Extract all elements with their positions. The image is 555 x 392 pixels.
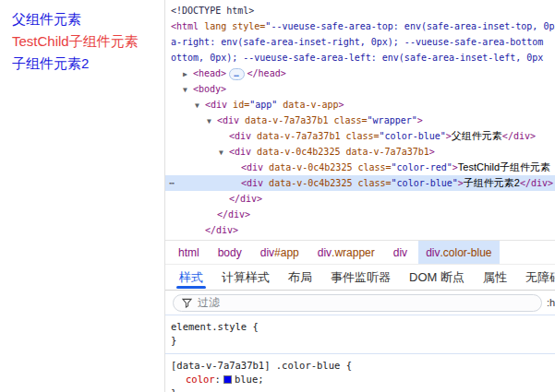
- css-selector[interactable]: element.style: [171, 321, 247, 332]
- dom-tree-row[interactable]: ▼<body>: [165, 81, 555, 97]
- close-brace: }: [171, 335, 176, 346]
- code-token: a-right: env(safe-area-inset-right, 0px)…: [171, 37, 543, 47]
- expand-arrow-closed-icon[interactable]: ▶: [183, 66, 193, 82]
- code-token: <head>: [193, 68, 226, 78]
- dom-tree-row[interactable]: <div data-v-7a7a37b1 class="color-blue">…: [165, 128, 555, 144]
- code-token: TestChild子组件元素: [458, 161, 550, 172]
- code-token: >: [429, 147, 435, 157]
- toggle-element-state-button[interactable]: :hov: [547, 297, 555, 308]
- breadcrumb-tag: div: [260, 246, 274, 259]
- dom-tree-row[interactable]: </div>: [165, 222, 555, 238]
- open-brace: {: [247, 321, 259, 332]
- code-token: "color-blue": [380, 131, 446, 141]
- style-rule-block: [data-v-7a7a37b1] .color-blue {color:blu…: [165, 354, 555, 392]
- breadcrumb: htmlbodydiv#appdiv.wrapperdivdiv.color-b…: [165, 240, 555, 264]
- dom-tree-row[interactable]: <!DOCTYPE html>: [165, 3, 555, 18]
- expand-arrow-open-icon[interactable]: ▼: [207, 113, 217, 129]
- code-token: ottom, 0px); --vueuse-safe-area-left: en…: [171, 53, 543, 63]
- css-property-name[interactable]: color: [186, 374, 215, 385]
- collapsed-content-icon[interactable]: …: [229, 68, 244, 80]
- tab-无障碍功能[interactable]: 无障碍功能: [516, 265, 555, 290]
- breadcrumb-item-div.color-blue[interactable]: div.color-blue: [418, 241, 499, 264]
- code-token: <html: [171, 21, 199, 31]
- dom-tree-row[interactable]: a-right: env(safe-area-inset-right, 0px)…: [165, 34, 555, 50]
- color-swatch[interactable]: [223, 375, 232, 384]
- tab-DOM 断点[interactable]: DOM 断点: [400, 265, 474, 290]
- dom-tree-row[interactable]: ▼<div data-v-7a7a37b1 class="wrapper">: [165, 113, 555, 128]
- css-selector[interactable]: [data-v-7a7a37b1] .color-blue: [171, 360, 340, 371]
- code-token: </div>: [229, 194, 262, 204]
- code-token: </div>: [502, 131, 536, 141]
- css-property-value[interactable]: blue;: [235, 374, 264, 385]
- expand-arrow-open-icon[interactable]: ▼: [195, 98, 205, 113]
- code-token: data-v-0c4b2325 data-v-7a7a37b1: [251, 147, 429, 157]
- code-token: "--vueuse-safe-area-top: env(safe-area-i…: [265, 21, 555, 31]
- dom-tree-row[interactable]: ▼<div data-v-0c4b2325 data-v-7a7a37b1>: [165, 144, 555, 160]
- breadcrumb-item-div[interactable]: div: [386, 241, 415, 264]
- code-token: data-v-0c4b2325 class=: [263, 162, 391, 172]
- tab-事件监听器[interactable]: 事件监听器: [321, 265, 400, 290]
- breadcrumb-item-div.wrapper[interactable]: div.wrapper: [310, 241, 382, 264]
- code-token: <body>: [193, 84, 226, 94]
- dom-tree-row[interactable]: </div>: [165, 207, 555, 222]
- tab-样式[interactable]: 样式: [170, 265, 212, 290]
- breadcrumb-suffix: #app: [274, 246, 299, 259]
- dom-tree-row[interactable]: ▼<div id="app" data-v-app>: [165, 97, 555, 113]
- page-text-line: 子组件元素2: [12, 53, 164, 75]
- dom-tree-row[interactable]: </div>: [165, 191, 555, 207]
- code-token: </head>: [247, 68, 286, 78]
- dom-tree-row-selected[interactable]: ⋯<div data-v-0c4b2325 class="color-blue"…: [165, 175, 555, 191]
- devtools-window: 父组件元素TestChild子组件元素子组件元素2 <!DOCTYPE html…: [0, 0, 555, 392]
- styles-filter-row: 过滤 :hov: [165, 291, 555, 315]
- code-token: </div>: [205, 225, 238, 235]
- code-token: <div: [241, 178, 263, 188]
- code-token: >: [417, 115, 423, 125]
- code-token: </div>: [520, 178, 553, 188]
- code-token: </div>: [217, 209, 250, 220]
- filter-input[interactable]: 过滤: [173, 294, 542, 312]
- css-declaration[interactable]: color:blue;: [171, 373, 549, 386]
- funnel-icon: [182, 298, 192, 308]
- expand-arrow-open-icon[interactable]: ▼: [219, 145, 229, 160]
- dom-tree-row[interactable]: ottom, 0px); --vueuse-safe-area-left: en…: [165, 50, 555, 65]
- tab-计算样式[interactable]: 计算样式: [212, 265, 279, 290]
- breadcrumb-tag: html: [178, 246, 199, 259]
- code-token: data-v-0c4b2325 class=: [263, 178, 391, 188]
- panel-tab-bar: 样式计算样式布局事件监听器DOM 断点属性无障碍功能: [165, 264, 555, 291]
- breadcrumb-tag: div: [393, 246, 407, 259]
- breadcrumb-item-div#app[interactable]: div#app: [253, 241, 307, 264]
- code-token: <div: [217, 115, 239, 125]
- more-actions-icon[interactable]: ⋯: [169, 175, 175, 191]
- code-token: "app": [249, 100, 277, 110]
- tab-属性[interactable]: 属性: [474, 265, 516, 290]
- expand-arrow-open-icon[interactable]: ▼: [183, 82, 193, 98]
- breadcrumb-suffix: .wrapper: [332, 246, 375, 259]
- breadcrumb-item-body[interactable]: body: [211, 241, 249, 264]
- code-token: <div: [205, 100, 227, 110]
- code-token: data-v-7a7a37b1 class=: [239, 115, 367, 125]
- code-token: "color-red": [392, 162, 452, 172]
- code-token: 父组件元素: [452, 130, 502, 141]
- breadcrumb-tag: body: [218, 246, 242, 259]
- colon: :: [215, 374, 221, 385]
- code-token: data-v-app: [277, 100, 338, 110]
- breadcrumb-item-html[interactable]: html: [171, 241, 207, 264]
- breadcrumb-tag: div: [318, 246, 332, 259]
- style-rule-block: element.style {}: [165, 315, 555, 354]
- open-brace: {: [340, 360, 352, 371]
- close-brace: }: [171, 387, 176, 392]
- dom-tree-row[interactable]: ▶<head>…</head>: [165, 65, 555, 81]
- breadcrumb-suffix: .color-blue: [440, 246, 491, 259]
- code-token: <div: [229, 147, 251, 157]
- dom-tree-row[interactable]: <html lang style="--vueuse-safe-area-top…: [165, 18, 555, 34]
- page-text-line: TestChild子组件元素: [12, 30, 164, 53]
- styles-pane: element.style {}[data-v-7a7a37b1] .color…: [165, 315, 555, 392]
- dom-tree[interactable]: <!DOCTYPE html><html lang style="--vueus…: [165, 0, 555, 240]
- dom-tree-row[interactable]: <div data-v-0c4b2325 class="color-red">T…: [165, 160, 555, 175]
- code-token: <!DOCTYPE html>: [171, 6, 254, 16]
- rendered-page-preview: 父组件元素TestChild子组件元素子组件元素2: [0, 0, 165, 392]
- page-text-line: 父组件元素: [12, 8, 164, 30]
- breadcrumb-tag: div: [426, 246, 440, 259]
- filter-placeholder: 过滤: [198, 295, 220, 311]
- tab-布局[interactable]: 布局: [279, 265, 321, 290]
